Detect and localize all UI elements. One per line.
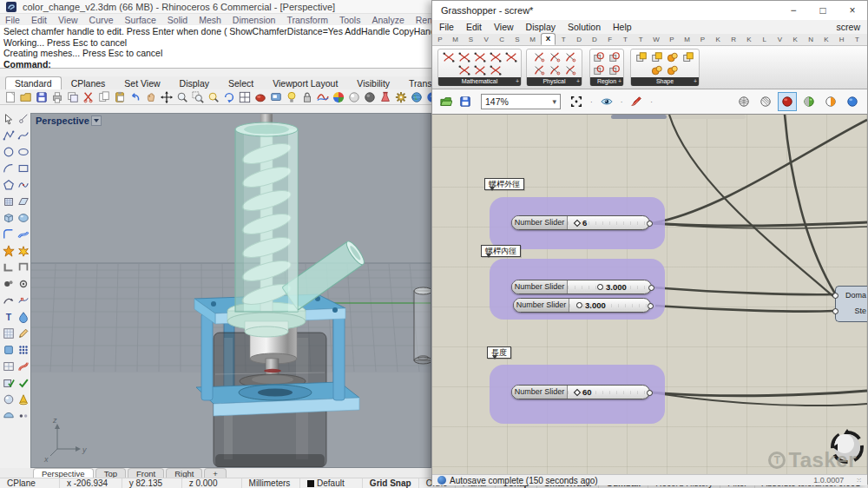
filletblue-icon[interactable] <box>1 228 16 241</box>
category-tab[interactable]: V <box>478 36 494 45</box>
zoom-dynamic-icon[interactable] <box>174 90 189 104</box>
pencil-icon[interactable] <box>16 326 30 340</box>
gh-shape-a-icon[interactable] <box>681 50 695 63</box>
perspective-viewport[interactable]: Perspective <box>30 113 431 468</box>
category-tab[interactable]: S <box>510 36 525 45</box>
polygon-icon[interactable] <box>1 178 16 192</box>
gh-phys-icon[interactable] <box>532 63 546 76</box>
slider-output-port[interactable] <box>647 221 653 227</box>
menu-item[interactable]: Analyze <box>372 15 404 25</box>
gh-phys-icon[interactable] <box>563 50 577 63</box>
gh-region-icon[interactable] <box>608 63 621 76</box>
category-tab[interactable]: P <box>432 36 448 45</box>
sketch-pen-icon[interactable] <box>628 93 645 110</box>
explodeorange-icon[interactable] <box>16 244 30 258</box>
gh-math-icon[interactable] <box>473 63 487 76</box>
group-tag[interactable]: 長度 <box>487 346 511 359</box>
menu-item[interactable]: Edit <box>31 15 47 25</box>
menu-item[interactable]: Dimension <box>233 15 276 25</box>
preview-eye-icon[interactable] <box>598 93 615 110</box>
category-tab[interactable]: W <box>648 36 664 45</box>
globe-icon[interactable] <box>409 90 424 104</box>
resize-grip[interactable]: ⁙ <box>856 477 862 485</box>
gridpanel-icon[interactable] <box>1 326 16 340</box>
cursor-icon[interactable] <box>1 112 16 126</box>
joinorange-icon[interactable] <box>1 244 16 258</box>
category-tab[interactable]: K <box>819 36 834 45</box>
solidbox-icon[interactable] <box>1 211 16 225</box>
zoom-selected-icon[interactable] <box>206 90 220 104</box>
group-label[interactable]: Mathematical+ <box>438 77 521 86</box>
toolbar-tab[interactable]: Visibility <box>347 76 399 89</box>
surface-icon[interactable] <box>16 195 30 208</box>
pipeblue-icon[interactable] <box>16 228 30 241</box>
zoom-window-icon[interactable] <box>190 90 205 104</box>
bluedrop-icon[interactable] <box>16 310 30 324</box>
slider-output-port[interactable] <box>648 285 654 291</box>
zoom-select[interactable]: 147%▾ <box>481 94 561 109</box>
units-button[interactable]: Millimeters <box>242 478 300 488</box>
color-wheel-icon[interactable] <box>331 90 345 104</box>
gear-icon[interactable] <box>393 90 408 104</box>
cut-icon[interactable] <box>81 90 95 104</box>
open-file-green-icon[interactable] <box>437 93 455 110</box>
viewport-tab[interactable]: Right <box>166 468 202 478</box>
menu-item[interactable]: Solid <box>168 15 187 25</box>
side-cylinder[interactable] <box>414 287 431 364</box>
viewport-3d-scene[interactable]: z y x <box>31 114 431 468</box>
ellipse-icon[interactable] <box>16 145 30 159</box>
arraydots-icon[interactable] <box>16 343 30 357</box>
gh-math-icon[interactable] <box>473 50 487 63</box>
solidblob-icon[interactable] <box>16 211 30 225</box>
maximize-button[interactable]: □ <box>808 1 838 20</box>
domain-component-partial[interactable]: Doma Ste <box>835 286 867 322</box>
freeform-icon[interactable] <box>16 178 30 192</box>
status-toggle[interactable]: Grid Snap <box>363 478 419 488</box>
slider-knob[interactable] <box>597 284 603 290</box>
save-blue-icon[interactable] <box>457 93 474 110</box>
category-tab[interactable]: K <box>710 36 726 45</box>
focus-extents-icon[interactable] <box>568 93 585 110</box>
slider-output-port[interactable] <box>647 390 653 396</box>
slider-knob[interactable] <box>574 388 581 395</box>
gh-shape-a-icon[interactable] <box>635 50 648 63</box>
checkmark-icon[interactable] <box>16 376 30 390</box>
dots2-icon[interactable] <box>16 409 30 423</box>
viewport-tab[interactable]: + <box>204 468 227 478</box>
toolbar-tab[interactable]: Standard <box>5 76 62 89</box>
new-file-icon[interactable] <box>3 90 17 104</box>
menu-item[interactable]: View <box>58 15 78 25</box>
halfblob-icon[interactable] <box>1 409 16 423</box>
category-tab[interactable]: P <box>664 36 680 45</box>
lamp-icon[interactable] <box>284 90 299 104</box>
category-tab[interactable]: P <box>695 36 711 45</box>
menu-item[interactable]: Mesh <box>199 15 221 25</box>
group-label[interactable]: Physical+ <box>527 77 582 86</box>
category-tab[interactable]: D <box>587 36 602 45</box>
gh-shape-b-icon[interactable] <box>666 63 680 76</box>
category-tab[interactable]: M <box>680 36 695 45</box>
gh-region-icon[interactable] <box>608 50 621 63</box>
viewport-tab[interactable]: Top <box>95 468 126 478</box>
slider-track[interactable]: 3.000 <box>568 280 651 293</box>
number-slider[interactable]: Number Slider 6 <box>511 215 650 230</box>
slider-track[interactable]: 6 <box>568 216 649 229</box>
gh-phys-icon[interactable] <box>548 63 562 76</box>
layer-button[interactable]: Default <box>300 478 363 488</box>
copy-view-icon[interactable] <box>65 90 80 104</box>
gridpanel2-icon[interactable] <box>1 359 16 373</box>
gh-phys-icon[interactable] <box>548 50 562 63</box>
curvearrow-icon[interactable] <box>1 293 16 307</box>
handlecurve-icon[interactable] <box>16 293 30 307</box>
menu-item[interactable]: Solution <box>568 22 601 32</box>
slider-output-port[interactable] <box>648 303 654 309</box>
gh-math-icon[interactable] <box>489 50 503 63</box>
gh-region-icon[interactable] <box>592 63 606 76</box>
paste-icon[interactable] <box>112 90 127 104</box>
rect-icon[interactable] <box>16 162 30 175</box>
menu-item[interactable]: View <box>494 22 514 32</box>
bluebox-icon[interactable] <box>1 343 16 357</box>
component-input-port[interactable] <box>832 308 838 314</box>
render-icon[interactable] <box>268 90 283 104</box>
number-slider[interactable]: Number Slider 3.000 <box>513 298 651 313</box>
